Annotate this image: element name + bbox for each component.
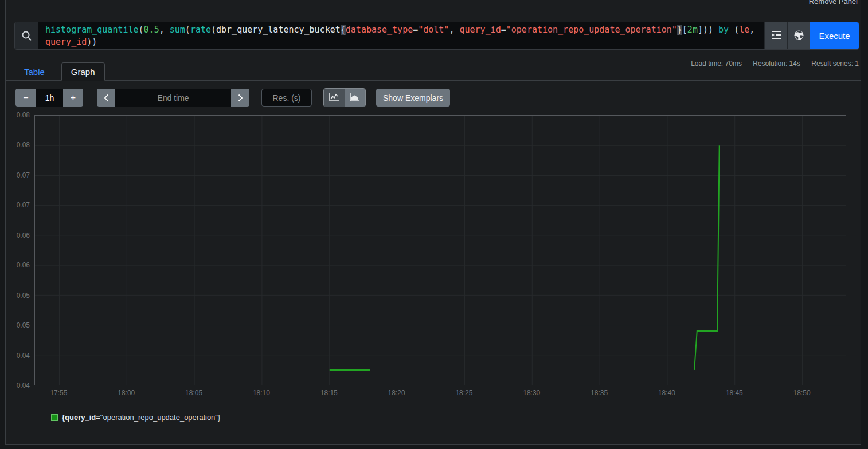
x-tick-label: 18:25	[444, 389, 484, 397]
stacked-chart-icon	[350, 93, 360, 103]
resolution-input[interactable]	[261, 89, 312, 107]
resolution: Resolution: 14s	[753, 60, 800, 68]
show-exemplars-button[interactable]: Show Exemplars	[376, 89, 450, 107]
y-tick-label: 0.05	[0, 292, 30, 300]
y-tick-label: 0.05	[0, 321, 30, 329]
y-tick-label: 0.07	[0, 171, 30, 179]
x-tick-label: 18:20	[377, 389, 417, 397]
end-time-input[interactable]	[115, 89, 231, 107]
chart-type-toggle	[323, 88, 366, 107]
line-chart-toggle-button[interactable]	[324, 89, 345, 107]
chart-canvas	[35, 116, 846, 385]
chart-plot-area[interactable]	[34, 115, 846, 385]
metrics-explorer-button[interactable]	[787, 22, 810, 49]
tab-graph[interactable]: Graph	[61, 62, 105, 81]
execute-button[interactable]: Execute	[810, 22, 859, 49]
query-stats: Load time: 70ms Resolution: 14s Result s…	[682, 60, 859, 68]
stacked-chart-toggle-button[interactable]	[345, 89, 365, 107]
y-tick-label: 0.07	[0, 201, 30, 209]
x-tick-label: 18:00	[106, 389, 146, 397]
x-tick-label: 18:30	[511, 389, 552, 397]
load-time: Load time: 70ms	[691, 60, 742, 68]
format-expression-icon	[771, 30, 781, 41]
y-tick-label: 0.08	[0, 111, 30, 119]
query-input[interactable]: histogram_quantile(0.5, sum(rate(dbr_que…	[38, 22, 764, 49]
x-tick-label: 18:35	[579, 389, 619, 397]
format-expression-button[interactable]	[764, 22, 787, 49]
x-tick-label: 18:40	[647, 389, 687, 397]
x-tick-label: 18:45	[714, 389, 754, 397]
duration-input[interactable]	[36, 89, 63, 107]
duration-stepper: − +	[15, 89, 83, 107]
series-line	[694, 145, 720, 370]
metrics-explorer-globe-icon	[793, 30, 804, 42]
tabs-divider	[6, 80, 861, 81]
x-tick-label: 18:05	[174, 389, 214, 397]
y-tick-label: 0.06	[0, 231, 30, 239]
y-tick-label: 0.04	[0, 352, 30, 360]
series-label: {query_id="operation_repo_update_operati…	[62, 413, 220, 422]
x-tick-label: 18:10	[241, 389, 281, 397]
line-chart-icon	[329, 93, 339, 103]
duration-decrease-button[interactable]: −	[15, 89, 36, 107]
search-icon	[15, 22, 38, 49]
series-color-swatch	[51, 414, 58, 421]
time-forward-button[interactable]	[231, 89, 249, 107]
duration-increase-button[interactable]: +	[63, 89, 83, 107]
legend-item[interactable]: {query_id="operation_repo_update_operati…	[51, 413, 220, 422]
x-tick-label: 18:15	[309, 389, 349, 397]
x-tick-label: 18:50	[782, 389, 822, 397]
query-bar: histogram_quantile(0.5, sum(rate(dbr_que…	[14, 22, 859, 50]
x-tick-label: 17:55	[38, 389, 79, 397]
remove-panel-link[interactable]: Remove Panel	[809, 0, 858, 6]
graph-controls: − + Show Exemplars	[15, 89, 450, 107]
y-tick-label: 0.06	[0, 261, 30, 269]
end-time-picker	[97, 89, 249, 107]
result-series: Result series: 1	[811, 60, 859, 68]
y-tick-label: 0.04	[0, 381, 30, 389]
y-tick-label: 0.08	[0, 141, 30, 149]
tab-table[interactable]: Table	[14, 62, 54, 81]
tabs: Table Graph	[14, 62, 105, 81]
time-back-button[interactable]	[97, 89, 115, 107]
